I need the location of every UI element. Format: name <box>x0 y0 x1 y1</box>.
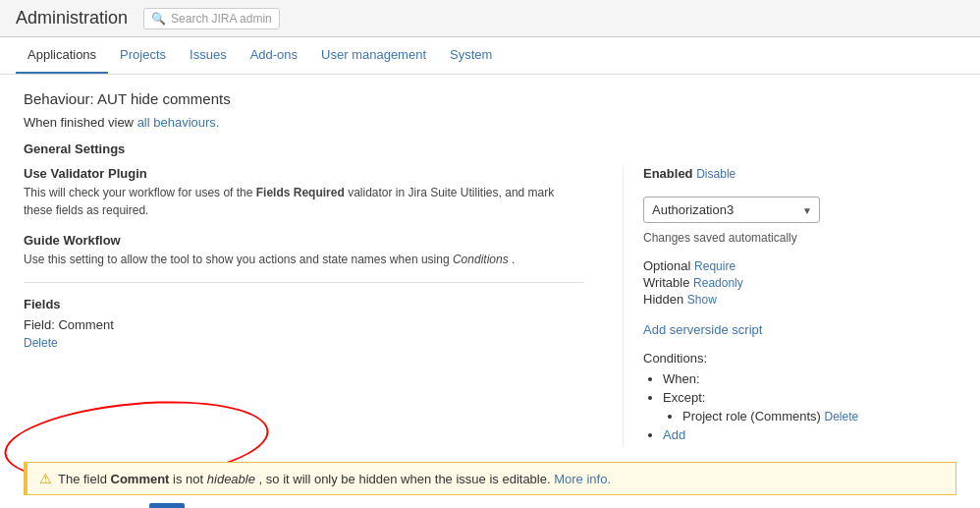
two-col-layout: Use Validator Plugin This will check you… <box>24 166 956 446</box>
writable-item: Writable Readonly <box>643 275 956 290</box>
search-box[interactable]: 🔍 Search JIRA admin <box>143 8 280 29</box>
conditions-list: When: Except: Project role (Comments) De… <box>663 371 956 442</box>
warning-wrapper: ⚠ The field Comment is not hideable , so… <box>24 462 956 495</box>
changes-saved: Changes saved automatically <box>643 231 956 245</box>
select-wrapper[interactable]: Authorization3 ▼ <box>643 197 820 223</box>
initialiser-row: Initialiser Function <box>24 495 956 508</box>
add-item: Add <box>663 427 956 442</box>
all-behaviours-link[interactable]: all behaviours. <box>137 115 220 130</box>
behaviour-title: Behaviour: AUT hide comments <box>24 90 956 107</box>
guide-workflow-select[interactable]: Authorization3 <box>643 197 820 223</box>
hidden-item: Hidden Show <box>643 292 956 307</box>
project-role-delete-link[interactable]: Delete <box>825 410 859 423</box>
conditions-section: Conditions: When: Except: Project role (… <box>643 351 956 442</box>
field-delete-link[interactable]: Delete <box>24 336 58 350</box>
conditions-label: Conditions: <box>643 351 956 366</box>
search-placeholder: Search JIRA admin <box>171 12 272 26</box>
left-column: Use Validator Plugin This will check you… <box>24 166 623 446</box>
enabled-line: Enabled Disable <box>643 166 956 181</box>
when-finished-prefix: When finished view <box>24 115 134 130</box>
nav-projects[interactable]: Projects <box>108 37 178 74</box>
nav-addons[interactable]: Add-ons <box>239 37 309 74</box>
guide-workflow-row: Guide Workflow Use this setting to allow… <box>24 233 583 268</box>
search-icon: 🔍 <box>151 12 166 26</box>
warning-banner: ⚠ The field Comment is not hideable , so… <box>24 462 956 495</box>
main-nav: Applications Projects Issues Add-ons Use… <box>0 37 980 75</box>
show-link[interactable]: Show <box>687 293 717 307</box>
initialiser-blue-block[interactable] <box>149 503 185 508</box>
page-title: Administration <box>16 8 128 28</box>
warning-field-name: Comment <box>111 472 170 486</box>
select-row: Authorization3 ▼ Changes saved automatic… <box>643 197 956 245</box>
fields-heading: Fields <box>24 297 583 311</box>
readonly-link[interactable]: Readonly <box>693 276 743 290</box>
except-sub-list: Project role (Comments) Delete <box>682 409 956 423</box>
warning-italic: hideable <box>207 472 255 486</box>
add-condition-link[interactable]: Add <box>663 427 685 442</box>
use-validator-desc: This will check your workflow for uses o… <box>24 184 583 219</box>
content-area: Behaviour: AUT hide comments When finish… <box>24 90 956 508</box>
header: Administration 🔍 Search JIRA admin <box>0 0 980 37</box>
warning-text: The field Comment is not hideable , so i… <box>58 472 611 486</box>
main-content: Behaviour: AUT hide comments When finish… <box>0 75 980 508</box>
nav-issues[interactable]: Issues <box>178 37 239 74</box>
general-settings-heading: General Settings <box>24 141 956 156</box>
guide-workflow-label: Guide Workflow <box>24 233 583 248</box>
field-status-row: Optional Require Writable Readonly Hidde… <box>643 258 956 307</box>
use-validator-label: Use Validator Plugin <box>24 166 583 181</box>
divider <box>24 282 583 283</box>
right-column: Enabled Disable Authorization3 ▼ Changes… <box>623 166 956 446</box>
disable-link[interactable]: Disable <box>696 167 735 181</box>
guide-workflow-desc: Use this setting to allow the tool to sh… <box>24 251 583 268</box>
project-role-item: Project role (Comments) Delete <box>682 409 956 423</box>
except-item: Except: Project role (Comments) Delete <box>663 390 956 423</box>
add-serverside-link[interactable]: Add serverside script <box>643 322 956 337</box>
more-info-link[interactable]: More info. <box>554 472 611 486</box>
optional-item: Optional Require <box>643 258 956 273</box>
nav-user-management[interactable]: User management <box>309 37 438 74</box>
nav-applications[interactable]: Applications <box>16 37 108 74</box>
use-validator-row: Use Validator Plugin This will check you… <box>24 166 583 219</box>
field-comment: Field: Comment <box>24 317 583 332</box>
when-item: When: <box>663 371 956 386</box>
require-link[interactable]: Require <box>694 259 735 273</box>
enabled-label: Enabled <box>643 166 693 181</box>
warning-icon: ⚠ <box>39 471 52 486</box>
nav-system[interactable]: System <box>438 37 504 74</box>
when-finished-line: When finished view all behaviours. <box>24 115 956 130</box>
